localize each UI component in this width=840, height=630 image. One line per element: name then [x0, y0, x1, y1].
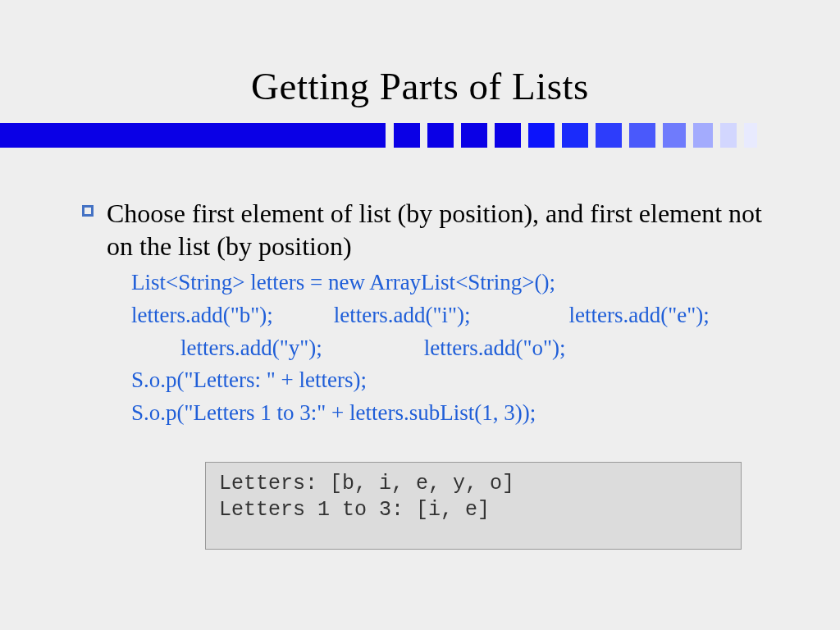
divider-box	[495, 123, 521, 148]
divider-box	[693, 123, 713, 148]
code-line-3: letters.add("y"); letters.add("o");	[82, 333, 791, 364]
divider-box	[394, 123, 420, 148]
divider-box	[427, 123, 454, 148]
divider-box	[663, 123, 686, 148]
code-line-5: S.o.p("Letters 1 to 3:" + letters.subLis…	[82, 398, 791, 429]
code-line-2: letters.add("b"); letters.add("i"); lett…	[82, 300, 791, 331]
output-box: Letters: [b, i, e, y, o] Letters 1 to 3:…	[205, 462, 742, 550]
bullet-icon	[82, 205, 94, 217]
divider-bar	[0, 123, 386, 148]
bullet-item: Choose first element of list (by positio…	[82, 197, 791, 262]
divider	[0, 123, 840, 148]
code-seg: letters.add("y");	[180, 333, 418, 364]
divider-box	[596, 123, 622, 148]
code-seg: letters.add("e");	[569, 300, 710, 331]
code-seg: letters.add("o");	[424, 333, 566, 364]
divider-box	[562, 123, 588, 148]
code-seg: letters.add("b");	[131, 300, 328, 331]
divider-box	[629, 123, 655, 148]
code-line-4: S.o.p("Letters: " + letters);	[82, 365, 791, 396]
code-line-1: List<String> letters = new ArrayList<Str…	[82, 267, 791, 299]
content: Choose first element of list (by positio…	[0, 148, 840, 550]
slide: Getting Parts of Lists Choose first elem…	[0, 0, 840, 630]
code-seg: letters.add("i");	[334, 300, 564, 331]
divider-box	[720, 123, 737, 148]
divider-box	[461, 123, 487, 148]
divider-box	[528, 123, 555, 148]
slide-title: Getting Parts of Lists	[0, 0, 840, 123]
divider-box	[744, 123, 757, 148]
divider-boxes	[394, 123, 765, 148]
bullet-text: Choose first element of list (by positio…	[107, 199, 762, 261]
